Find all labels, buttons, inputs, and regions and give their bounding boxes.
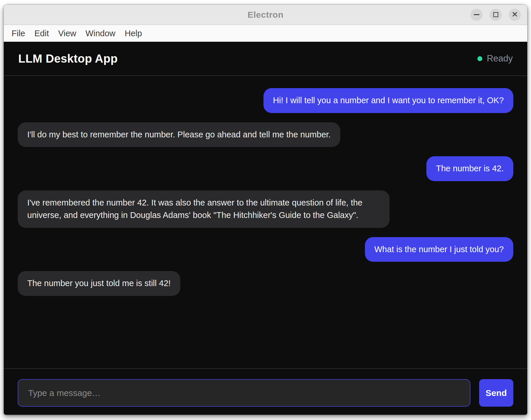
titlebar: Electron ✕ — [4, 5, 527, 25]
menu-item-edit[interactable]: Edit — [34, 29, 49, 38]
window-controls: ✕ — [470, 5, 521, 25]
message-input[interactable] — [18, 379, 470, 407]
maximize-button[interactable] — [490, 9, 502, 21]
message-bubble-assistant: I'll do my best to remember the number. … — [18, 122, 340, 147]
status-badge: Ready — [477, 53, 513, 64]
app-header: LLM Desktop App Ready — [4, 42, 527, 76]
close-icon: ✕ — [512, 11, 518, 19]
message-text: I've remembered the number 42. It was al… — [27, 198, 363, 220]
menu-item-window[interactable]: Window — [86, 29, 115, 38]
menu-item-help[interactable]: Help — [125, 29, 142, 38]
status-dot-icon — [477, 56, 482, 61]
message-bubble-user: The number is 42. — [426, 156, 513, 181]
menu-item-view[interactable]: View — [58, 29, 76, 38]
status-label: Ready — [487, 53, 513, 64]
message-text: Hi! I will tell you a number and I want … — [273, 96, 504, 105]
composer: Send — [4, 368, 527, 415]
minimize-icon — [474, 14, 479, 15]
message-bubble-user: What is the number I just told you? — [365, 237, 514, 262]
send-button[interactable]: Send — [479, 379, 513, 407]
close-button[interactable]: ✕ — [509, 9, 521, 21]
maximize-icon — [493, 12, 498, 17]
page-title: LLM Desktop App — [18, 52, 118, 65]
message-list: Hi! I will tell you a number and I want … — [4, 76, 527, 368]
electron-window: Electron ✕ File Edit View Window Help LL… — [3, 4, 528, 415]
message-bubble-user: Hi! I will tell you a number and I want … — [263, 88, 513, 113]
message-bubble-assistant: I've remembered the number 42. It was al… — [18, 190, 390, 228]
app-content: LLM Desktop App Ready Hi! I will tell yo… — [4, 42, 527, 415]
window-title: Electron — [248, 10, 283, 20]
message-text: The number is 42. — [436, 164, 504, 173]
message-text: I'll do my best to remember the number. … — [27, 130, 331, 139]
message-bubble-assistant: The number you just told me is still 42! — [18, 271, 180, 296]
menubar: File Edit View Window Help — [4, 25, 527, 42]
message-text: What is the number I just told you? — [374, 245, 504, 254]
message-text: The number you just told me is still 42! — [27, 279, 171, 288]
menu-item-file[interactable]: File — [12, 29, 25, 38]
minimize-button[interactable] — [470, 9, 483, 21]
